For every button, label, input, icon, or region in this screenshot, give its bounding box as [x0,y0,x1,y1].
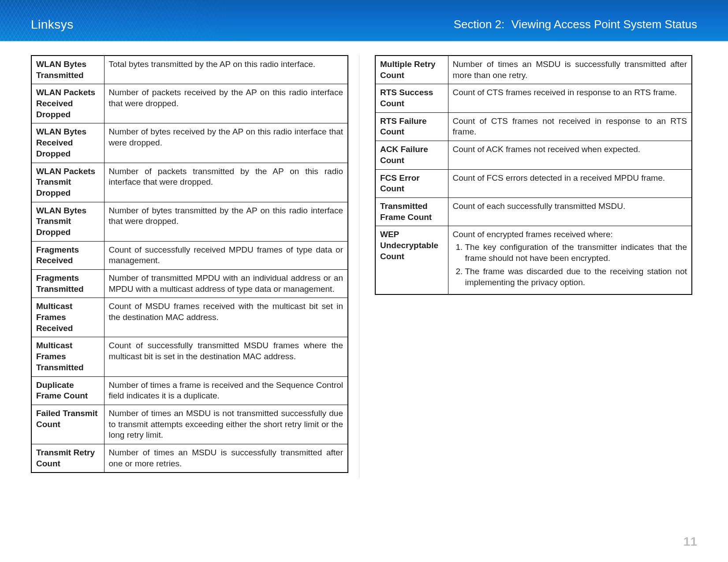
field-desc: Count of FCS errors detected in a receiv… [448,169,692,197]
field-name: Fragments Transmitted [31,270,104,298]
field-name: FCS Error Count [375,169,448,197]
field-desc: Number of bytes transmitted by the AP on… [104,202,348,241]
field-desc: Count of MSDU frames received with the m… [104,298,348,337]
field-name: WLAN Packets Received Dropped [31,84,104,123]
field-desc: Total bytes transmitted by the AP on thi… [104,56,348,84]
definitions-table-right: Multiple Retry CountNumber of times an M… [375,55,692,295]
page-number: 11 [683,535,697,549]
section-name: Viewing Access Point System Status [511,18,698,31]
list-item: The frame was discarded due to the recei… [465,266,687,288]
field-name: WLAN Bytes Transmitted [31,56,104,84]
field-desc: Count of CTS frames not received in resp… [448,112,692,141]
table-row: Duplicate Frame CountNumber of times a f… [31,376,348,405]
field-name: RTS Success Count [375,84,448,112]
field-name: Transmit Retry Count [31,444,104,473]
field-desc: Count of each successfully transmitted M… [448,197,692,226]
field-desc: Number of times a frame is received and … [104,376,348,405]
field-desc: Number of times an MSDU is not transmitt… [104,405,348,444]
definitions-table-left: WLAN Bytes TransmittedTotal bytes transm… [31,55,348,473]
field-desc: Number of times an MSDU is successfully … [448,56,692,84]
table-row: RTS Failure CountCount of CTS frames not… [375,112,692,141]
field-name: Failed Transmit Count [31,405,104,444]
column-separator [359,55,359,478]
table-row: WEP Undecryptable CountCount of encrypte… [375,226,692,294]
field-name: Multicast Frames Transmitted [31,337,104,376]
table-row: ACK Failure CountCount of ACK frames not… [375,141,692,169]
field-name: Duplicate Frame Count [31,376,104,405]
table-row: WLAN Bytes Received DroppedNumber of byt… [31,123,348,163]
field-name: RTS Failure Count [375,112,448,141]
table-row: WLAN Packets Received DroppedNumber of p… [31,84,348,123]
list-item: The key configuration of the transmitter… [465,242,687,264]
field-name: Fragments Received [31,241,104,269]
field-name: ACK Failure Count [375,141,448,169]
field-name: Transmitted Frame Count [375,197,448,226]
page-content: WLAN Bytes TransmittedTotal bytes transm… [31,55,697,473]
page-header: Linksys Section 2: Viewing Access Point … [0,0,728,42]
field-desc: Number of transmitted MPDU with an indiv… [104,270,348,298]
section-title: Section 2: Viewing Access Point System S… [454,18,697,31]
field-name: Multicast Frames Received [31,298,104,337]
table-row: Multicast Frames ReceivedCount of MSDU f… [31,298,348,337]
field-name: WLAN Packets Transmit Dropped [31,163,104,202]
field-desc: Number of times an MSDU is successfully … [104,444,348,473]
left-column: WLAN Bytes TransmittedTotal bytes transm… [31,55,348,473]
field-name: WEP Undecryptable Count [375,226,448,294]
table-row: WLAN Bytes TransmittedTotal bytes transm… [31,56,348,84]
table-row: Fragments TransmittedNumber of transmitt… [31,270,348,298]
field-desc: Number of packets transmitted by the AP … [104,163,348,202]
field-desc: Count of ACK frames not received when ex… [448,141,692,169]
section-label: Section 2: [454,18,505,31]
table-row: Multiple Retry CountNumber of times an M… [375,56,692,84]
table-row: WLAN Bytes Transmit DroppedNumber of byt… [31,202,348,241]
table-row: RTS Success CountCount of CTS frames rec… [375,84,692,112]
table-row: FCS Error CountCount of FCS errors detec… [375,169,692,197]
right-column: Multiple Retry CountNumber of times an M… [375,55,692,473]
table-row: Multicast Frames TransmittedCount of suc… [31,337,348,376]
field-desc: Count of CTS frames received in response… [448,84,692,112]
table-row: Fragments ReceivedCount of successfully … [31,241,348,269]
field-desc: Number of bytes received by the AP on th… [104,123,348,163]
table-row: Transmit Retry CountNumber of times an M… [31,444,348,473]
table-row: Failed Transmit CountNumber of times an … [31,405,348,444]
table-row: Transmitted Frame CountCount of each suc… [375,197,692,226]
field-desc: Number of packets received by the AP on … [104,84,348,123]
field-desc: Count of successfully transmitted MSDU f… [104,337,348,376]
brand-logo: Linksys [31,18,74,32]
table-row: WLAN Packets Transmit DroppedNumber of p… [31,163,348,202]
field-name: WLAN Bytes Transmit Dropped [31,202,104,241]
field-name: Multiple Retry Count [375,56,448,84]
field-name: WLAN Bytes Received Dropped [31,123,104,163]
field-desc: Count of successfully received MPDU fram… [104,241,348,269]
field-desc: Count of encrypted frames received where… [448,226,692,294]
